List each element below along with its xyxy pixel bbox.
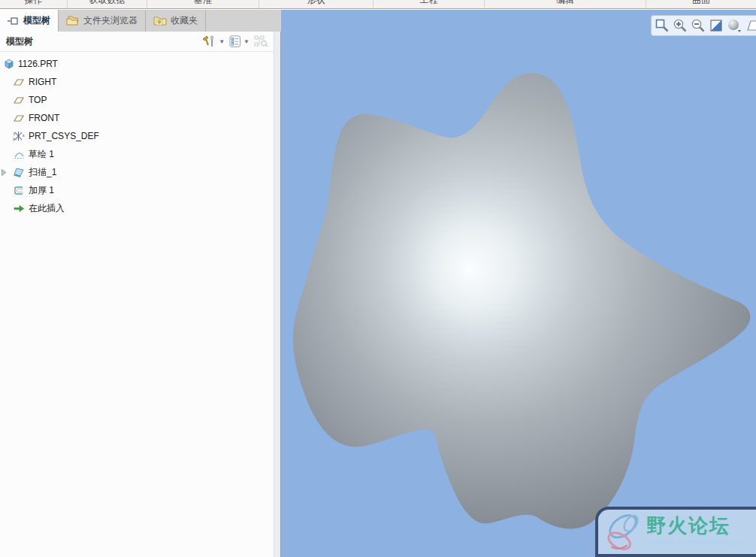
ribbon-group-get-data[interactable]: 获取数据 [68,0,147,9]
star-model[interactable] [281,10,756,557]
tree-item-label: 草绘 1 [29,148,54,161]
tree-item-datum-top[interactable]: TOP [0,91,274,109]
sweep-icon [13,167,25,177]
svg-text:✱: ✱ [157,19,162,26]
tree-item-label: PRT_CSYS_DEF [29,131,99,141]
expand-arrow-icon[interactable] [2,169,9,176]
watermark-url[interactable]: www.proewildfire.cn [646,536,746,548]
tree-item-label: 加厚 1 [29,184,54,197]
tree-item-csys[interactable]: y z x PRT_CSYS_DEF [0,127,274,145]
watermark-title: 野火论坛 [646,516,746,536]
ribbon-group-operations[interactable]: 操作 [0,0,68,9]
model-tree: 1126.PRT RIGHT TOP FRONT [0,52,274,217]
tree-item-label: RIGHT [29,77,56,87]
tab-favorites[interactable]: ✱ 收藏夹 [146,10,206,32]
insert-here-icon [13,204,25,213]
tree-item-insert-here[interactable]: 在此插入 [0,199,274,217]
panel-splitter[interactable] [274,32,281,557]
show-search-button [253,35,271,48]
tabstrip-filler [206,10,282,32]
datum-plane-icon [13,77,25,87]
favorites-icon: ✱ [153,15,167,26]
zoom-in-button[interactable] [673,17,688,35]
tree-item-label: 扫描_1 [29,166,56,179]
ribbon-group-datum[interactable]: 基准 [147,0,259,9]
saved-views-icon [746,18,756,33]
watermark-text: 野火论坛 www.proewildfire.cn [646,516,746,548]
tree-item-label: 在此插入 [29,202,65,215]
model-tree-tab-icon [8,17,20,26]
tree-item-label: 1126.PRT [18,59,58,69]
datum-plane-icon [13,114,25,123]
zoom-in-icon [673,18,688,33]
ribbon-group-label: 获取数据 [68,0,147,5]
zoom-box-button[interactable] [655,17,670,35]
ribbon-group-label: 操作 [0,0,67,5]
tree-item-sweep[interactable]: 扫描_1 [0,163,274,181]
refit-button[interactable] [709,17,724,35]
ribbon-group-shapes[interactable]: 形状 [259,0,373,9]
display-filter-icon [229,35,241,47]
tree-item-thicken[interactable]: 加厚 1 [0,181,274,199]
tab-model-tree[interactable]: 模型树 [0,10,59,32]
tree-tools-icon [202,35,216,47]
tab-label: 收藏夹 [171,14,198,27]
csys-icon: y z x [13,131,25,141]
datum-plane-icon [13,95,25,105]
ribbon-group-label: 工程 [373,0,484,5]
tree-item-label: FRONT [29,113,59,123]
graphics-viewport[interactable]: 野火论坛 www.proewildfire.cn [281,10,756,557]
saved-views-button[interactable] [746,17,756,35]
zoom-out-button[interactable] [691,17,706,35]
navigator-tabstrip: 模型树 文件夹浏览器 ✱ 收藏夹 [0,10,282,32]
butterfly-logo-icon [601,510,645,554]
ribbon-group-surfaces[interactable]: 曲面 [646,0,756,9]
thicken-icon [13,186,25,195]
tree-item-datum-front[interactable]: FRONT [0,109,274,127]
tab-label: 模型树 [23,14,50,27]
part-icon [2,59,14,69]
tree-item-sketch[interactable]: 草绘 1 [0,145,274,163]
tree-item-part[interactable]: 1126.PRT [0,55,274,73]
model-tree-header: 模型树 ▼ [0,32,274,52]
display-filter-button[interactable] [228,35,243,48]
forum-watermark: 野火论坛 www.proewildfire.cn [595,507,756,557]
model-tree-title: 模型树 [6,35,201,48]
sketch-icon [13,150,25,159]
refit-icon [709,18,724,33]
zoom-box-icon [655,18,670,33]
zoom-out-icon [691,18,706,33]
tab-folder-browser[interactable]: 文件夹浏览器 [59,10,146,32]
ribbon-group-label: 基准 [147,0,259,5]
creo-window: 操作 获取数据 基准 形状 工程 编辑 曲面 模型树 文件夹浏览器 [0,0,756,557]
in-graphics-toolbar [651,15,756,36]
folder-browser-icon [66,15,80,26]
ribbon-group-label: 曲面 [646,0,756,5]
tree-tools-dropdown-caret[interactable]: ▼ [219,38,225,45]
ribbon-group-strip: 操作 获取数据 基准 形状 工程 编辑 曲面 [0,0,756,9]
model-tree-panel: 模型树 ▼ [0,32,274,557]
svg-text:x: x [23,133,25,138]
tree-item-datum-right[interactable]: RIGHT [0,73,274,91]
ribbon-group-label: 编辑 [485,0,646,5]
display-style-icon [727,18,743,33]
ribbon-group-label: 形状 [259,0,373,5]
display-style-button[interactable] [727,17,743,35]
tree-tools-button[interactable] [201,35,218,48]
tree-item-label: TOP [29,95,47,105]
star-solid-surface[interactable] [293,73,750,528]
ribbon-group-editing[interactable]: 编辑 [485,0,646,9]
show-search-icon-disabled [254,35,269,47]
tab-label: 文件夹浏览器 [83,14,138,27]
ribbon-group-engineering[interactable]: 工程 [373,0,485,9]
svg-text:z: z [14,137,16,141]
display-filter-dropdown-caret[interactable]: ▼ [243,38,249,45]
